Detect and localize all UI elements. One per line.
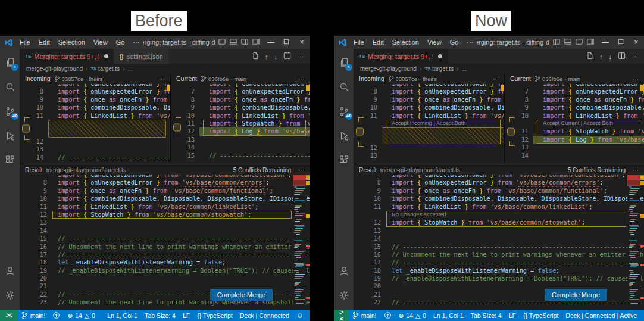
activity-extensions-button[interactable] — [0, 148, 20, 172]
codelens-action[interactable]: Accept Current | Accept Both — [533, 120, 644, 127]
code-line[interactable]: 14 — [171, 144, 310, 151]
status-item-lf[interactable]: LF — [179, 312, 193, 319]
code-line[interactable]: 10import { LinkedList } from 'vs/base/co… — [171, 112, 310, 120]
layout-sidebar-left-button[interactable] — [218, 37, 226, 48]
code-line[interactable]: 16// Uncomment the next line to print wa… — [20, 243, 310, 251]
code-line[interactable]: 14 — [354, 235, 644, 242]
maximize-button[interactable] — [279, 38, 294, 46]
code-line[interactable]: 7import { onUnexpectedError } from 'vs/b… — [505, 88, 644, 95]
menu-item-view[interactable]: View — [89, 39, 112, 46]
open-file-button[interactable] — [252, 52, 259, 61]
minimap[interactable] — [293, 175, 306, 310]
code-line[interactable]: 15// -----------------------------------… — [354, 243, 644, 251]
code-line[interactable]: 11import { StopWatch } from 'vs/base/com… — [505, 127, 644, 135]
next-conflict-button[interactable]: ↓ — [609, 53, 612, 60]
conflict-accept-checkbox[interactable] — [507, 117, 516, 146]
status-item-lf[interactable]: LF — [505, 312, 520, 319]
code-line[interactable]: 10import { LinkedList } from 'vs/base/co… — [505, 112, 644, 120]
layout-customize-button[interactable] — [587, 37, 594, 48]
tab-settings.json[interactable]: {}settings.json — [114, 49, 169, 64]
more-actions-button[interactable]: ··· — [297, 53, 304, 60]
codelens-action[interactable]: Accept Incoming | Accept Both — [382, 120, 504, 127]
code-line[interactable]: 9import { once as onceFn } from 'vs/base… — [20, 96, 170, 104]
activity-settings-button[interactable] — [334, 283, 354, 307]
code-line[interactable]: 14 — [20, 227, 310, 235]
layout-panel-button[interactable] — [564, 37, 571, 48]
activity-run-debug-button[interactable] — [334, 123, 354, 148]
activity-account-button[interactable] — [334, 258, 354, 283]
code-line[interactable]: 17// -----------------------------------… — [354, 258, 644, 266]
code-line[interactable]: 10import { combinedDisposable, Disposabl… — [20, 104, 170, 111]
code-line[interactable]: 8import { once as onceFn } from 'vs/base… — [505, 96, 644, 104]
code-line[interactable]: 9import { combinedDisposable, Disposable… — [505, 104, 644, 111]
conflict-accept-checkbox[interactable] — [173, 117, 182, 138]
layout-panel-button[interactable] — [230, 37, 237, 48]
code-line[interactable]: 13 — [20, 145, 170, 153]
menu-item-go[interactable]: Go — [112, 39, 129, 46]
branch-status-item[interactable]: main! — [18, 311, 49, 319]
code-line[interactable]: 13 — [20, 219, 310, 226]
code-line[interactable]: 8import { onUnexpectedError } from 'vs/b… — [20, 179, 310, 186]
activity-explorer-button[interactable]: 1 — [334, 50, 354, 74]
pane-more-actions-button[interactable]: ··· — [633, 76, 639, 82]
code-line[interactable]: 19// _enableDisposeWithListenerWarning =… — [20, 267, 310, 275]
code-line[interactable]: 13 — [171, 136, 310, 144]
code-line[interactable]: 13 — [505, 144, 644, 151]
minimize-button[interactable]: — — [263, 38, 279, 46]
status-item-deck---connected[interactable]: Deck | Connected — [236, 312, 293, 319]
pane-more-actions-button[interactable]: ··· — [298, 76, 304, 82]
code-line[interactable]: 12import { Log } from 'vs/base/common/lo… — [171, 127, 310, 135]
menu-item-go[interactable]: Go — [446, 39, 463, 46]
conflict-accept-checkbox[interactable] — [356, 117, 365, 147]
code-line[interactable]: 11import { StopWatch } from 'vs/base/com… — [171, 120, 310, 127]
activity-search-button[interactable] — [0, 74, 20, 99]
code-line[interactable]: 7import { onUnexpectedError } from 'vs/b… — [171, 88, 310, 95]
conflict-empty-region[interactable] — [382, 127, 504, 144]
code-line[interactable]: 15// -----------------------------------… — [20, 235, 310, 242]
code-line[interactable]: 12import { Log } from 'vs/base/common/lo… — [505, 136, 644, 144]
conflict-empty-region[interactable] — [48, 120, 166, 138]
close-button[interactable]: × — [629, 38, 644, 46]
pane-code-area[interactable]: import { CancellationToken } from 'vs/ba… — [505, 84, 644, 164]
code-line[interactable]: 16// Uncomment the next line to print wa… — [354, 251, 644, 258]
code-line[interactable]: 8import { onUnexpectedError } from 'vs/b… — [20, 88, 170, 95]
code-line[interactable]: 10import { combinedDisposable, Disposabl… — [354, 104, 504, 111]
code-line[interactable]: 8import { onUnexpectedError } from 'vs/b… — [354, 179, 644, 186]
menu-item-selection[interactable]: Selection — [388, 39, 423, 46]
code-line[interactable]: 17// -----------------------------------… — [20, 251, 310, 258]
activity-search-button[interactable] — [334, 74, 354, 99]
code-line[interactable]: 9import { once as onceFn } from 'vs/base… — [20, 187, 310, 195]
code-line[interactable] — [20, 120, 170, 138]
previous-conflict-button[interactable]: ↑ — [599, 53, 603, 60]
more-actions-button[interactable]: ··· — [632, 53, 638, 60]
complete-merge-button[interactable]: Complete Merge — [210, 289, 273, 301]
problems-status-item[interactable]: ⊗14△0 — [64, 312, 98, 319]
code-line[interactable]: 11import { LinkedList } from 'vs/base/co… — [354, 203, 644, 211]
breadcrumb-item[interactable]: TStarget.ts — [90, 66, 120, 72]
code-line[interactable]: 10import { combinedDisposable, Disposabl… — [354, 195, 644, 202]
status-item-ln-1--col-1[interactable]: Ln 1, Col 1 — [430, 312, 467, 319]
status-item-ln-1--col-1[interactable]: Ln 1, Col 1 — [104, 312, 141, 319]
minimap[interactable] — [627, 175, 640, 310]
publish-changes-button[interactable] — [49, 311, 64, 319]
code-line[interactable]: 11import { LinkedList } from 'vs/base/co… — [20, 112, 170, 120]
code-line[interactable]: 11import { LinkedList } from 'vs/base/co… — [20, 203, 310, 211]
notifications-bell-button[interactable] — [640, 311, 644, 319]
menu-item-view[interactable]: View — [423, 39, 446, 46]
menu-item-selection[interactable]: Selection — [54, 39, 89, 46]
code-line[interactable]: 13 — [354, 227, 644, 235]
code-line[interactable]: 19// _enableDisposeWithListenerWarning =… — [354, 275, 644, 282]
code-line[interactable]: 12 — [20, 138, 170, 145]
layout-sidebar-left-button[interactable] — [553, 37, 560, 48]
split-editor-button[interactable] — [618, 52, 626, 61]
activity-explorer-button[interactable]: 1 — [0, 50, 20, 74]
code-line[interactable]: 8import { once as onceFn } from 'vs/base… — [171, 96, 310, 104]
pane-more-actions-button[interactable]: ··· — [159, 76, 165, 82]
tab-merging--target.ts-9----[interactable]: TSMerging: target.ts 9+, ! — [20, 49, 114, 64]
pane-more-actions-button[interactable]: ··· — [493, 76, 499, 82]
status-item-deck---connected---active[interactable]: Deck | Connected | Active — [562, 312, 640, 319]
code-line[interactable]: 20 — [20, 275, 310, 282]
code-line[interactable]: 12 — [354, 144, 504, 152]
breadcrumb-item[interactable]: ... — [127, 66, 132, 72]
conflict-accept-checkbox[interactable] — [22, 117, 31, 140]
